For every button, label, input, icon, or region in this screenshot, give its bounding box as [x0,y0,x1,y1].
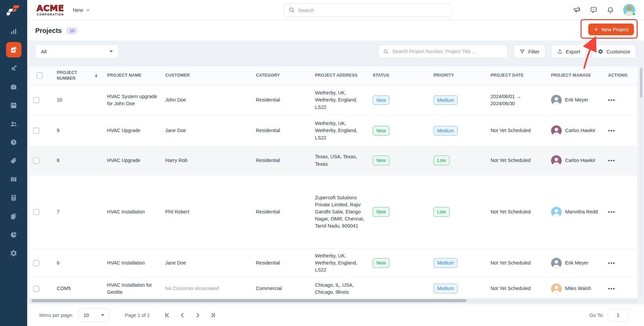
table-row[interactable]: 7HVAC InstallationPhil RobertResidential… [29,175,638,249]
cell-project-number: 6 [53,249,103,277]
app-window: ACME CORPORATION New [0,0,644,326]
cell-project-number: 7 [53,175,103,249]
topbar-action-icons [573,6,614,14]
row-actions-button[interactable]: ••• [608,285,615,292]
manager-avatar [551,207,562,217]
table-row[interactable]: COM5HVAC Installation for GeoliteNo Cust… [29,277,638,298]
megaphone-icon[interactable] [573,6,581,14]
row-checkbox[interactable] [33,97,39,103]
customize-button[interactable]: Customize [592,45,636,58]
horizontal-scrollbar-thumb[interactable] [32,299,466,302]
view-filter-dropdown[interactable]: All [35,44,119,58]
sidebar-item-settings[interactable] [6,245,21,261]
cell-customer: Jane Doe [161,116,252,146]
row-actions-button[interactable]: ••• [608,157,615,164]
column-header-customer[interactable]: CUSTOMER [161,66,252,85]
row-checkbox[interactable] [33,209,39,215]
vertical-scrollbar[interactable] [640,66,643,298]
table-body: 10HVAC System upgrade for John DoeJohn D… [29,85,638,298]
row-actions-button[interactable]: ••• [608,96,615,104]
sidebar-item-analytics[interactable] [6,24,21,39]
horizontal-scrollbar[interactable] [29,298,638,302]
row-actions-button[interactable]: ••• [608,208,615,216]
sidebar-item-invoices[interactable] [6,190,21,205]
next-page-button[interactable] [194,312,201,319]
table-row[interactable]: 10HVAC System upgrade for John DoeJohn D… [29,85,638,116]
row-checkbox[interactable] [33,128,39,134]
cell-priority: Low [429,175,487,249]
cell-project-manager: Erik Meyer [547,249,604,277]
row-checkbox-cell [29,277,53,298]
acme-logo-subtext: CORPORATION [37,13,64,16]
sidebar-item-tags[interactable] [6,153,21,168]
column-header-project-name[interactable]: PROJECT NAME [103,66,161,85]
cell-project-name: HVAC System upgrade for John Doe [103,85,161,115]
column-header-project-number[interactable]: PROJECT NUMBER [53,66,103,85]
cell-customer: Harry Rob [161,146,252,175]
sidebar-item-jobs[interactable] [6,79,21,94]
user-avatar[interactable] [623,4,635,16]
cell-category: Residential [252,116,311,146]
sort-down-icon[interactable] [93,73,99,78]
sidebar-item-tools[interactable] [6,60,21,76]
sidebar-item-schedule[interactable] [6,97,21,113]
first-page-button[interactable] [163,312,171,319]
cell-project-number: 10 [53,85,103,115]
export-button[interactable]: Export [551,45,586,58]
sidebar-item-documents[interactable] [6,208,21,224]
goto-page-input[interactable] [608,309,629,322]
sidebar-item-map[interactable] [6,171,21,187]
bar-chart-icon [10,28,17,35]
row-checkbox[interactable] [33,286,39,292]
project-count-badge: 10 [66,27,78,35]
column-header-priority[interactable]: PRIORITY [429,66,487,85]
row-actions-button[interactable]: ••• [608,127,615,134]
table-row[interactable]: 8HVAC UpgradeHarry RobResidentialTexas, … [29,146,638,175]
global-search-input[interactable] [284,3,452,17]
cell-status: New [369,249,429,277]
new-project-button[interactable]: New Project [588,24,634,35]
status-badge: New [373,126,389,135]
chat-icon[interactable] [590,6,598,14]
column-header-project-manager[interactable]: PROJECT MANAGER [547,66,604,85]
row-actions-button[interactable]: ••• [608,259,615,267]
cell-status: New [369,146,429,175]
table-row[interactable]: 9HVAC UpgradeJane DoeResidentialWetherby… [29,116,638,146]
sidebar-item-timesheets[interactable] [6,134,21,150]
priority-badge: Medium [433,284,458,293]
cell-priority: Low [429,146,487,175]
column-header-category[interactable]: CATEGORY [252,66,311,85]
sidebar-item-reports[interactable] [6,227,21,242]
caret-down-icon [109,50,113,52]
cell-actions: ••• [604,116,638,146]
cell-project-address: Zupersoft Solutions Private Limited, Raj… [311,175,369,249]
cell-project-date: 2024/06/01 → 2024/06/30 [487,85,547,115]
status-badge: New [373,156,389,165]
items-per-page-dropdown[interactable]: 10 [79,309,109,322]
cell-project-name: HVAC Upgrade [103,146,161,175]
sidebar-item-teams[interactable] [6,116,21,131]
vertical-scrollbar-thumb[interactable] [640,68,642,97]
workspace-dropdown[interactable]: New [73,7,91,13]
column-header-project-date[interactable]: PROJECT DATE [487,66,547,85]
table-search-input[interactable] [378,45,508,58]
manager-avatar [551,258,562,269]
copy-icon [10,212,17,220]
table-row[interactable]: 6HVAC InstallationJane DoeResidentialWet… [29,249,638,277]
row-checkbox[interactable] [33,260,39,266]
select-all-checkbox[interactable] [37,73,43,79]
column-header-status[interactable]: STATUS [369,66,429,85]
acme-logo-text: ACME [37,4,64,12]
cell-priority: Medium [429,277,487,298]
prev-page-button[interactable] [179,312,186,319]
sidebar-item-projects[interactable] [6,42,21,57]
column-header-project-address[interactable]: PROJECT ADDRESS [311,66,369,85]
gear-icon [10,249,17,257]
zuper-logo-icon[interactable] [7,4,21,18]
priority-badge: Medium [433,126,458,135]
bell-icon[interactable] [606,6,614,14]
workspace-dropdown-label: New [73,7,83,13]
row-checkbox[interactable] [33,158,39,164]
last-page-button[interactable] [210,312,217,319]
filter-button[interactable]: Filter [514,45,545,58]
